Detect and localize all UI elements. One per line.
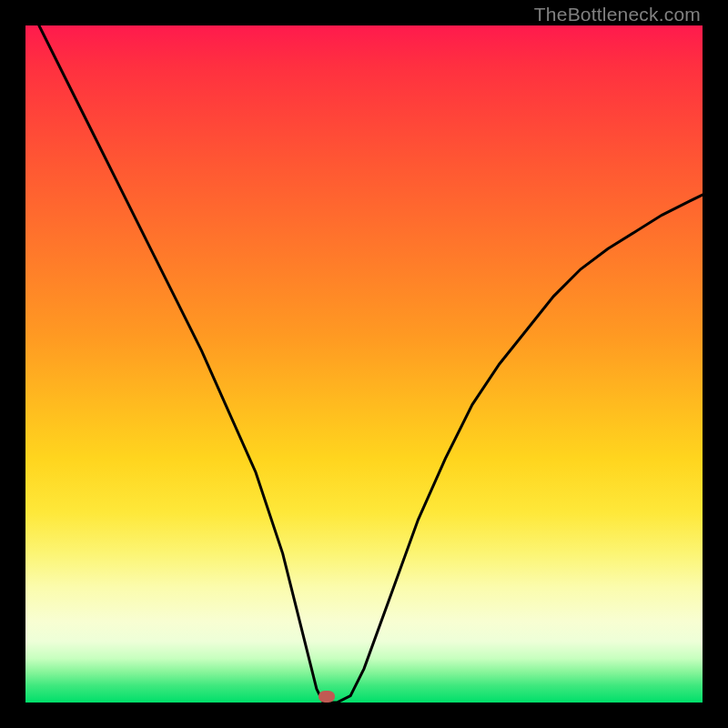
watermark-text: TheBottleneck.com (534, 4, 701, 25)
chart-frame: TheBottleneck.com (0, 0, 728, 728)
optimum-marker (318, 691, 335, 703)
plot-area (25, 25, 703, 703)
bottleneck-curve (25, 25, 703, 703)
